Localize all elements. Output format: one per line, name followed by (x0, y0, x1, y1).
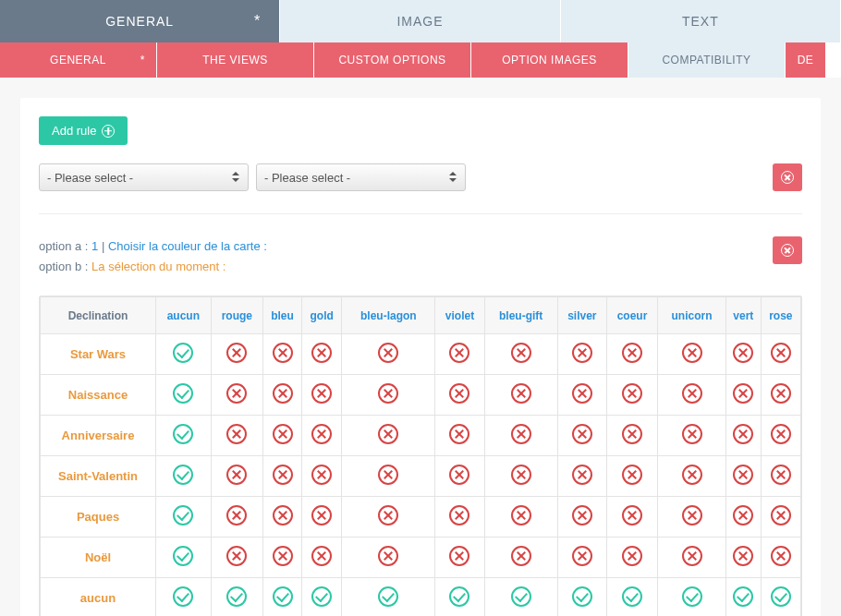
grid-cell[interactable] (262, 537, 301, 578)
grid-cell[interactable] (761, 456, 800, 497)
grid-cell[interactable] (262, 334, 301, 375)
sub-tab-the-views[interactable]: THE VIEWS (157, 42, 314, 78)
grid-cell[interactable] (484, 578, 557, 616)
grid-row-star-wars[interactable]: Star Wars (41, 334, 156, 375)
grid-cell[interactable] (302, 334, 342, 375)
grid-cell[interactable] (211, 334, 262, 375)
grid-cell[interactable] (557, 497, 606, 537)
grid-cell[interactable] (211, 497, 262, 537)
grid-cell[interactable] (211, 537, 262, 578)
grid-cell[interactable] (484, 375, 557, 416)
grid-col-aucun[interactable]: aucun (156, 297, 212, 334)
option-a-link[interactable]: Choisir la couleur de la carte : (108, 239, 267, 253)
grid-cell[interactable] (606, 334, 657, 375)
grid-cell[interactable] (435, 334, 484, 375)
grid-cell[interactable] (435, 578, 484, 616)
grid-cell[interactable] (156, 334, 212, 375)
add-rule-button[interactable]: Add rule (39, 116, 128, 145)
grid-cell[interactable] (557, 456, 606, 497)
grid-col-rose[interactable]: rose (761, 297, 800, 334)
grid-cell[interactable] (156, 578, 212, 616)
grid-cell[interactable] (484, 334, 557, 375)
grid-cell[interactable] (484, 537, 557, 578)
grid-cell[interactable] (211, 416, 262, 456)
grid-cell[interactable] (725, 578, 761, 616)
grid-col-bleu-lagon[interactable]: bleu-lagon (342, 297, 435, 334)
grid-cell[interactable] (262, 456, 301, 497)
grid-cell[interactable] (302, 375, 342, 416)
grid-cell[interactable] (302, 497, 342, 537)
grid-col-rouge[interactable]: rouge (211, 297, 262, 334)
grid-cell[interactable] (156, 416, 212, 456)
grid-cell[interactable] (557, 375, 606, 416)
grid-cell[interactable] (761, 375, 800, 416)
grid-col-bleu-gift[interactable]: bleu-gift (484, 297, 557, 334)
grid-cell[interactable] (262, 578, 301, 616)
grid-cell[interactable] (211, 375, 262, 416)
grid-cell[interactable] (761, 537, 800, 578)
grid-cell[interactable] (342, 416, 435, 456)
grid-cell[interactable] (484, 497, 557, 537)
grid-cell[interactable] (606, 537, 657, 578)
grid-cell[interactable] (725, 375, 761, 416)
grid-col-gold[interactable]: gold (302, 297, 342, 334)
grid-cell[interactable] (156, 537, 212, 578)
delete-grid-button[interactable] (773, 236, 802, 264)
grid-cell[interactable] (342, 537, 435, 578)
grid-cell[interactable] (606, 456, 657, 497)
grid-cell[interactable] (156, 375, 212, 416)
grid-cell[interactable] (484, 456, 557, 497)
grid-row-naissance[interactable]: Naissance (41, 375, 156, 416)
grid-cell[interactable] (658, 334, 726, 375)
grid-cell[interactable] (302, 456, 342, 497)
grid-cell[interactable] (725, 537, 761, 578)
grid-col-unicorn[interactable]: unicorn (658, 297, 726, 334)
grid-cell[interactable] (725, 456, 761, 497)
grid-cell[interactable] (435, 497, 484, 537)
grid-cell[interactable] (435, 416, 484, 456)
grid-row-saint-valentin[interactable]: Saint-Valentin (41, 456, 156, 497)
grid-row-paques[interactable]: Paques (41, 497, 156, 537)
grid-cell[interactable] (606, 375, 657, 416)
grid-cell[interactable] (342, 375, 435, 416)
grid-cell[interactable] (557, 537, 606, 578)
grid-col-silver[interactable]: silver (557, 297, 606, 334)
grid-cell[interactable] (761, 578, 800, 616)
grid-cell[interactable] (557, 416, 606, 456)
grid-cell[interactable] (211, 456, 262, 497)
grid-cell[interactable] (606, 416, 657, 456)
grid-cell[interactable] (606, 578, 657, 616)
grid-cell[interactable] (435, 537, 484, 578)
grid-col-bleu[interactable]: bleu (262, 297, 301, 334)
grid-cell[interactable] (342, 334, 435, 375)
grid-cell[interactable] (557, 578, 606, 616)
grid-cell[interactable] (342, 578, 435, 616)
grid-cell[interactable] (484, 416, 557, 456)
grid-cell[interactable] (725, 416, 761, 456)
sub-tab-custom-options[interactable]: CUSTOM OPTIONS (314, 42, 471, 78)
grid-cell[interactable] (342, 456, 435, 497)
grid-cell[interactable] (658, 497, 726, 537)
grid-cell[interactable] (725, 497, 761, 537)
top-tab-image[interactable]: IMAGE (280, 0, 560, 42)
grid-cell[interactable] (302, 578, 342, 616)
grid-cell[interactable] (302, 537, 342, 578)
grid-cell[interactable] (342, 497, 435, 537)
sub-tab-de[interactable]: DE (786, 42, 826, 78)
grid-cell[interactable] (557, 334, 606, 375)
top-tab-text[interactable]: TEXT (561, 0, 841, 42)
grid-cell[interactable] (761, 497, 800, 537)
grid-cell[interactable] (658, 456, 726, 497)
grid-cell[interactable] (658, 578, 726, 616)
grid-cell[interactable] (725, 334, 761, 375)
grid-cell[interactable] (302, 416, 342, 456)
top-tab-general[interactable]: GENERAL* (0, 0, 280, 42)
grid-cell[interactable] (435, 456, 484, 497)
grid-cell[interactable] (761, 334, 800, 375)
grid-cell[interactable] (658, 416, 726, 456)
grid-row-aucun[interactable]: aucun (41, 578, 156, 616)
grid-col-vert[interactable]: vert (725, 297, 761, 334)
grid-row-anniversaire[interactable]: Anniversaire (41, 416, 156, 456)
grid-cell[interactable] (435, 375, 484, 416)
option-a-select[interactable]: - Please select - (39, 163, 249, 191)
